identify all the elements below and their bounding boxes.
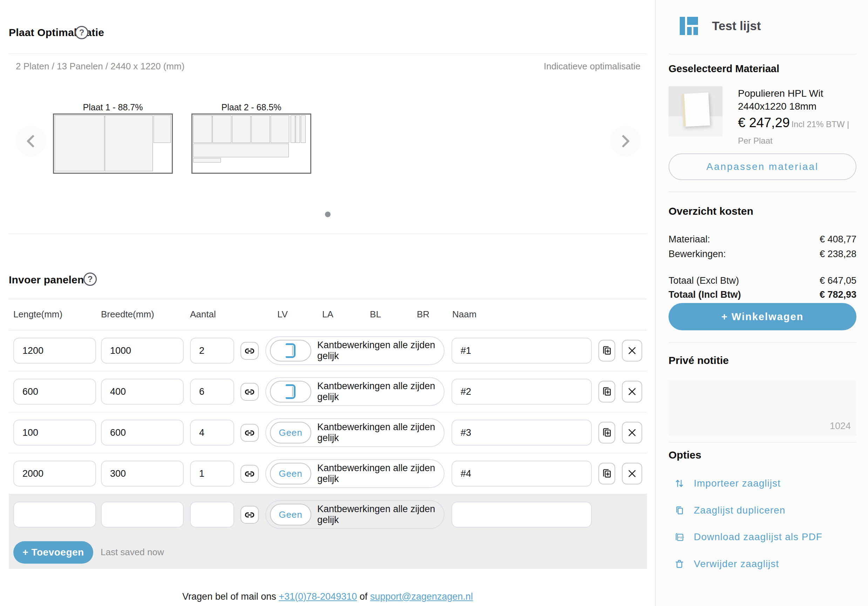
duplicate-icon [601,468,612,479]
contact-footer: Vragen bel of mail ons +31(0)78-2049310 … [0,591,655,602]
col-lengte: Lengte(mm) [13,309,62,320]
aantal-input[interactable] [190,420,234,445]
carousel-page-dot[interactable] [325,212,330,217]
trash-icon [674,559,685,569]
duplicate-icon [674,505,685,516]
add-row-button[interactable]: + Toevoegen [13,541,93,564]
delete-row-button[interactable] [622,422,642,444]
cut-panel [291,115,295,143]
edge-settings-label: Kantbewerkingen alle zijden gelijk [317,337,444,364]
breedte-input[interactable] [101,461,184,487]
material-info: Populieren HPL Wit 2440x1220 18mm € 247,… [738,87,862,150]
lengte-input[interactable] [13,502,96,527]
link-dimensions-button[interactable] [240,465,259,483]
duplicate-row-button[interactable] [598,381,615,402]
edge-profile-icon [286,384,296,399]
edge-settings-button[interactable]: Geen Kantbewerkingen alle zijden gelijk [265,500,445,529]
aantal-input[interactable] [190,338,234,363]
cost-value: € 647,05 [820,275,856,288]
lengte-input[interactable] [13,338,96,363]
options-section-title: Opties [668,449,701,461]
carousel-prev-button[interactable] [16,126,46,156]
col-breedte: Breedte(mm) [101,309,154,320]
duplicate-row-button[interactable] [598,422,615,444]
material-name: Populieren HPL Wit [738,87,862,100]
link-dimensions-button[interactable] [240,342,259,360]
col-bl: BL [370,309,381,320]
edge-settings-button[interactable]: Kantbewerkingen alle zijden gelijk [265,377,445,406]
import-icon [674,478,685,489]
col-naam: Naam [452,309,476,320]
edge-settings-label: Kantbewerkingen alle zijden gelijk [317,460,444,487]
carousel-next-button[interactable] [610,126,641,156]
change-material-button[interactable]: Aanpassen materiaal [668,153,856,180]
naam-input[interactable] [451,461,592,487]
delete-row-button[interactable] [622,463,642,484]
optimization-help-icon[interactable]: ? [75,26,88,39]
cut-panel [55,115,104,171]
lengte-input[interactable] [13,379,96,405]
aantal-input[interactable] [190,379,234,405]
material-dimensions: 2440x1220 18mm [738,100,862,113]
add-to-cart-button[interactable]: + Winkelwagen [668,303,856,330]
breedte-input[interactable] [101,338,184,363]
panels-input-help-icon[interactable]: ? [84,272,97,286]
footer-text: of [360,591,368,602]
cut-panel [232,115,251,143]
panel-row-3: Geen Kantbewerkingen alle zijden gelijk [9,412,647,453]
option-label: Zaaglijst dupliceren [694,505,785,516]
naam-input[interactable] [451,338,592,363]
link-dimensions-button[interactable] [240,424,259,442]
breedte-input[interactable] [101,420,184,445]
delete-row-button[interactable] [622,381,642,402]
option-label: Download zaaglijst als PDF [694,532,822,543]
naam-input[interactable] [451,420,592,445]
edge-settings-button[interactable]: Geen Kantbewerkingen alle zijden gelijk [265,459,445,488]
edge-settings-label: Kantbewerkingen alle zijden gelijk [317,501,444,528]
duplicate-row-button[interactable] [598,463,615,484]
lengte-input[interactable] [13,461,96,487]
main-area: Plaat Optimalisatie ? 2 Platen / 13 Pane… [0,0,655,606]
edge-profile-badge: Geen [270,504,311,526]
edge-none-label: Geen [279,509,302,520]
link-dimensions-button[interactable] [240,506,259,524]
naam-input[interactable] [451,502,592,527]
delete-cutlist-link[interactable]: Verwijder zaaglijst [674,557,779,571]
link-dimensions-button[interactable] [240,383,259,401]
breedte-input[interactable] [101,502,184,527]
delete-row-button[interactable] [622,340,642,362]
duplicate-cutlist-link[interactable]: Zaaglijst dupliceren [674,503,785,517]
edge-settings-label: Kantbewerkingen alle zijden gelijk [317,378,444,405]
col-aantal: Aantal [190,309,216,320]
import-cutlist-link[interactable]: Importeer zaaglijst [674,476,781,490]
edge-none-label: Geen [279,468,302,479]
pdf-icon: PDF [674,532,685,542]
material-price: € 247,29 [738,115,790,130]
link-icon [244,510,255,520]
edge-settings-button[interactable]: Geen Kantbewerkingen alle zijden gelijk [265,418,445,447]
panel-row-1: Kantbewerkingen alle zijden gelijk [9,330,647,371]
duplicate-icon [601,345,612,356]
aantal-input[interactable] [190,502,234,527]
option-label: Verwijder zaaglijst [694,558,779,570]
breedte-input[interactable] [101,379,184,405]
duplicate-row-button[interactable] [598,340,615,362]
edge-settings-button[interactable]: Kantbewerkingen alle zijden gelijk [265,336,445,365]
email-link[interactable]: support@zagenzagen.nl [370,591,473,602]
edge-profile-badge: Geen [270,463,311,484]
cut-panel [193,115,212,143]
phone-link[interactable]: +31(0)78-2049310 [279,591,357,602]
col-lv: LV [277,309,288,320]
naam-input[interactable] [451,379,592,405]
panel-row-4: Geen Kantbewerkingen alle zijden gelijk [9,453,647,494]
cut-panel [271,115,289,143]
lengte-input[interactable] [13,420,96,445]
edge-none-label: Geen [279,427,302,438]
cost-row-totaal-excl: Totaal (Excl Btw) € 647,05 [668,275,856,288]
private-note-input[interactable] [668,380,856,436]
aantal-input[interactable] [190,461,234,487]
panel-table-header: Lengte(mm) Breedte(mm) Aantal LV LA BL B… [9,299,647,330]
download-pdf-link[interactable]: PDF Download zaaglijst als PDF [674,530,822,544]
optimization-note: Indicatieve optimalisatie [544,61,640,72]
close-icon [628,387,637,396]
